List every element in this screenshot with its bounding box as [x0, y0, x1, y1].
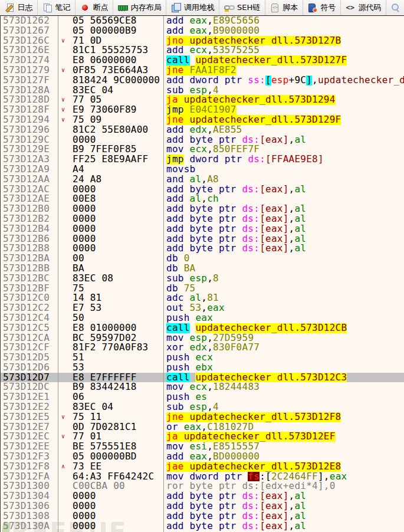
instruction-cell: mov ecx,18244483: [166, 382, 404, 392]
tab-notes[interactable]: 笔记: [38, 0, 75, 15]
bytes-cell: 75: [73, 284, 162, 294]
disasm-row[interactable]: 573D12AA24 A8and al,A8: [1, 175, 404, 185]
disasm-row[interactable]: 573D13040000add byte ptr ds:[eax],al: [1, 491, 404, 501]
instruction-cell: add byte ptr ds:[eax],al: [166, 185, 404, 195]
bytes-cell: E9 73060F89: [73, 105, 162, 115]
jump-arrow-down-icon: ∨: [61, 432, 71, 442]
disasm-row[interactable]: 573D12E106push es: [1, 392, 404, 402]
address-cell: 573D128A: [3, 86, 50, 96]
disasm-row[interactable]: 573D1279∨0F85 73E664A3jne FAA1F8F2: [1, 65, 404, 75]
disasm-row[interactable]: 573D12EC∨77 01ja updatechecker_dll.573D1…: [1, 432, 404, 442]
disasm-row[interactable]: 573D12D7E8 E7FFFFFFcall updatechecker_dl…: [1, 373, 404, 383]
disassembly-view[interactable]: REEBUF 573D126205 56569CE8add eax,E89C56…: [0, 16, 404, 532]
disasm-row[interactable]: 573D12AC0000add byte ptr ds:[eax],al: [1, 185, 404, 195]
address-cell: 573D12DC: [3, 382, 50, 392]
disasm-row[interactable]: 573D12A9A4movsb: [1, 165, 404, 175]
disasm-row[interactable]: 573D12BC83EC 08sub esp,8: [1, 274, 404, 284]
address-cell: 573D129E: [3, 145, 50, 155]
disasm-row[interactable]: 573D12CABC 59597D02mov esp,27D5959: [1, 333, 404, 343]
tab-seh-chain[interactable]: SEH链: [219, 0, 265, 15]
disasm-row[interactable]: 573D12E5∨75 11jne updatechecker_dll.573D…: [1, 412, 404, 422]
instruction-cell: ja updatechecker_dll.573D1294: [166, 95, 404, 105]
tab-log[interactable]: 日志: [0, 0, 38, 15]
instruction-cell: call updatechecker_dll.573D12C3: [166, 373, 404, 383]
disasm-row[interactable]: 573D126E81C1 55525753add ecx,53575255: [1, 45, 404, 55]
bytes-cell: 75 09: [73, 115, 162, 125]
disasm-row[interactable]: 573D12E283EC 04sub esp,4: [1, 402, 404, 412]
instruction-cell: sub esp,8: [166, 274, 404, 284]
instruction-cell: mov dword ptr fs:[2C2464FF],eax: [166, 472, 404, 482]
disasm-row[interactable]: 573D12B40000add byte ptr ds:[eax],al: [1, 224, 404, 234]
tab-script[interactable]: 脚本: [265, 0, 303, 15]
bytes-cell: 81F2 770A0F83: [73, 343, 162, 353]
bytes-cell: E8 E7FFFFFF: [73, 373, 162, 383]
disasm-row[interactable]: 573D129EB9 7FEF0F85mov ecx,850FEF7F: [1, 145, 404, 155]
address-cell: 573D126C: [3, 36, 50, 46]
disasm-row[interactable]: 573D12CF81F2 770A0F83xor edx,830F0A77: [1, 343, 404, 353]
disasm-row[interactable]: 573D13060000add byte ptr ds:[eax],al: [1, 501, 404, 511]
tab-source-code[interactable]: 源代码: [341, 0, 386, 15]
jump-arrow-down-icon: ∨: [61, 412, 71, 422]
disasm-row[interactable]: 573D12B80000add byte ptr ds:[eax],al: [1, 244, 404, 254]
disasm-row[interactable]: 573D12FA64:A3 FF64242Cmov dword ptr fs:[…: [1, 472, 404, 482]
disasm-row[interactable]: 573D12EEBE 575551E8mov esi,E8515557: [1, 442, 404, 452]
search-button[interactable]: [386, 0, 404, 15]
disasm-row[interactable]: 573D12B20000add byte ptr ds:[eax],al: [1, 214, 404, 224]
bytes-cell: 05 000000BD: [73, 452, 162, 462]
disasm-row[interactable]: 573D12C5E8 01000000call updatechecker_dl…: [1, 323, 404, 333]
instruction-cell: db 0: [166, 254, 404, 264]
disasm-row[interactable]: 573D1300C00CBA 00ror byte ptr ds:[edx+ed…: [1, 481, 404, 491]
disasm-row[interactable]: 573D128A83EC 04sub esp,4: [1, 86, 404, 96]
disasm-row[interactable]: 573D126705 000000B9add eax,B9000000: [1, 26, 404, 36]
tab-symbols[interactable]: 符号: [303, 0, 341, 15]
bytes-cell: 05 000000B9: [73, 26, 162, 36]
tab-memory-map[interactable]: 内存布局: [113, 0, 166, 15]
instruction-cell: jno updatechecker_dll.573D127B: [166, 36, 404, 46]
address-cell: 573D12F8: [3, 462, 50, 472]
disasm-row[interactable]: 573D12C450push eax: [1, 313, 404, 323]
disasm-row[interactable]: 573D12BBBAdb BA: [1, 264, 404, 274]
disasm-row[interactable]: 573D12A3FF25 E8E9AAFFjmp dword ptr ds:[F…: [1, 155, 404, 165]
disasm-row[interactable]: 573D12BF75db 75: [1, 284, 404, 294]
disasm-row[interactable]: 573D12F8∧73 EEjae updatechecker_dll.573D…: [1, 462, 404, 472]
disasm-row[interactable]: 573D12D653push ebx: [1, 363, 404, 373]
disasm-row[interactable]: 573D1274E8 06000000call updatechecker_dl…: [1, 55, 404, 65]
disasm-row[interactable]: 573D12D551push ecx: [1, 353, 404, 363]
disasm-row[interactable]: 573D12E70D 7D0281C1or eax,C181027D: [1, 422, 404, 432]
disasm-row[interactable]: 573D129C0000add byte ptr ds:[eax],al: [1, 135, 404, 145]
disasm-row[interactable]: 573D129681C2 55E80A00add edx,AE855: [1, 125, 404, 135]
disasm-row[interactable]: 573D1294∨75 09jne updatechecker_dll.573D…: [1, 115, 404, 125]
disasm-row[interactable]: 573D12F305 000000BDadd eax,BD000000: [1, 452, 404, 462]
tab-call-stack[interactable]: 调用堆栈: [166, 0, 219, 15]
bytes-cell: 05 56569CE8: [73, 16, 162, 26]
instruction-cell: add byte ptr ds:[eax],al: [166, 521, 404, 531]
address-cell: 573D12B4: [3, 224, 50, 234]
bytes-cell: 0000: [73, 224, 162, 234]
bytes-cell: 24 A8: [73, 175, 162, 185]
disasm-row[interactable]: 573D126C∨71 0Djno updatechecker_dll.573D…: [1, 36, 404, 46]
disasm-row[interactable]: 573D12B00000add byte ptr ds:[eax],al: [1, 204, 404, 214]
disasm-row[interactable]: 573D128D∨77 05ja updatechecker_dll.573D1…: [1, 95, 404, 105]
disasm-row[interactable]: 573D127F818424 9C000000add dword ptr ss:…: [1, 75, 404, 86]
disasm-row[interactable]: 573D130A0000add byte ptr ds:[eax],al: [1, 521, 404, 531]
disasm-row[interactable]: 573D12C014 81adc al,81: [1, 293, 404, 303]
tab-breakpoint[interactable]: 断点: [75, 0, 113, 15]
disasm-row[interactable]: 573D12C2E7 53out 53,eax: [1, 303, 404, 313]
bytes-cell: BE 575551E8: [73, 442, 162, 452]
disasm-row[interactable]: 573D13080000add byte ptr ds:[eax],al: [1, 511, 404, 521]
disasm-row[interactable]: 573D12BA00db 0: [1, 254, 404, 264]
address-cell: 573D12FA: [3, 472, 50, 482]
disasm-row[interactable]: 573D12AE00E8add al,ch: [1, 194, 404, 204]
instruction-cell: push eax: [166, 313, 404, 323]
address-cell: 573D12E7: [3, 422, 50, 432]
disasm-row[interactable]: 573D12B60000add byte ptr ds:[eax],al: [1, 234, 404, 244]
instruction-cell: movsb: [166, 165, 404, 175]
bytes-cell: 0000: [73, 185, 162, 195]
bytes-cell: 77 05: [73, 95, 162, 105]
disasm-row[interactable]: 573D12DCB9 83442418mov ecx,18244483: [1, 382, 404, 392]
address-cell: 573D12BC: [3, 274, 50, 284]
address-cell: 573D12CF: [3, 343, 50, 353]
disasm-row[interactable]: 573D128F∨E9 73060F89jmp E04C1907: [1, 105, 404, 115]
instruction-cell: and al,A8: [166, 175, 404, 185]
disasm-row[interactable]: 573D126205 56569CE8add eax,E89C5656: [1, 16, 404, 26]
